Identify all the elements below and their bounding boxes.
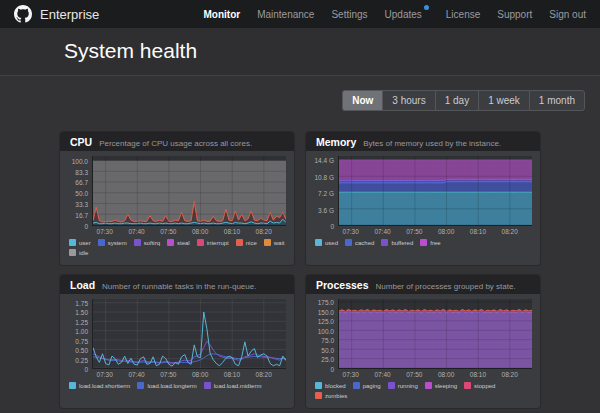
github-logo-icon — [14, 5, 32, 23]
x-tick-label: 08:20 — [502, 228, 518, 235]
panel-description-load: Number of runnable tasks in the run-queu… — [102, 282, 256, 291]
legend-label: used — [325, 240, 338, 246]
legend-label: softirq — [144, 240, 160, 246]
x-tick-label: 08:10 — [470, 371, 486, 378]
nav-item-license[interactable]: License — [446, 9, 480, 20]
chart-load: 1.751.501.251.000.750.500.25007:3007:400… — [66, 299, 286, 380]
legend-swatch-free — [420, 239, 427, 246]
page-header: System health — [0, 28, 600, 76]
legend-swatch-load-load-longterm — [137, 382, 144, 389]
y-tick-label: 1.50 — [75, 309, 88, 316]
y-axis-labels-cpu: 100.083.366.750.033.316.70 — [66, 156, 92, 226]
panel-body-cpu: 100.083.366.750.033.316.7007:3007:4007:5… — [60, 151, 294, 265]
x-axis-labels-processes: 07:3007:4007:5008:0008:1008:20 — [338, 369, 532, 380]
y-tick-label: 0 — [330, 366, 334, 373]
x-tick-label: 08:10 — [224, 228, 240, 235]
nav-item-updates[interactable]: Updates — [385, 9, 429, 20]
legend-cpu: usersystemsoftirqstealinterruptnicewaiti… — [66, 239, 286, 256]
system-health-screen: Enterprise MonitorMaintenanceSettingsUpd… — [0, 0, 600, 413]
y-tick-label: 175.0 — [318, 299, 334, 306]
chart-cpu: 100.083.366.750.033.316.7007:3007:4007:5… — [66, 156, 286, 237]
brand[interactable]: Enterprise — [14, 5, 99, 23]
legend-item-zombies: zombies — [315, 392, 347, 399]
range-button-1-day[interactable]: 1 day — [435, 90, 478, 111]
legend-swatch-nice — [236, 239, 243, 246]
legend-item-buffered: buffered — [381, 239, 413, 246]
panel-description-cpu: Percentage of CPU usage across all cores… — [99, 139, 252, 148]
legend-label: running — [398, 383, 418, 389]
x-tick-label: 07:40 — [128, 228, 144, 235]
legend-swatch-used — [315, 239, 322, 246]
x-tick-label: 07:30 — [343, 371, 359, 378]
chart-processes: 175.0150.0125.0100.075.050.025.0007:3007… — [312, 299, 532, 380]
nav-item-monitor[interactable]: Monitor — [203, 9, 240, 20]
y-tick-label: 7.2 G — [318, 190, 334, 197]
legend-swatch-load-load-midterm — [204, 382, 211, 389]
panel-body-memory: 14.4 G10.8 G7.2 G3.6 G007:3007:4007:5008… — [306, 151, 540, 265]
y-tick-label: 50.0 — [321, 346, 334, 353]
y-tick-label: 0.25 — [75, 356, 88, 363]
range-button-1-month[interactable]: 1 month — [529, 90, 585, 111]
legend-item-cached: cached — [345, 239, 374, 246]
legend-swatch-steal — [167, 239, 174, 246]
y-tick-label: 1.25 — [75, 318, 88, 325]
nav-item-sign-out[interactable]: Sign out — [549, 9, 586, 20]
panel-title-processes: Processes — [316, 279, 369, 291]
legend-label: idle — [79, 250, 88, 256]
panel-load: LoadNumber of runnable tasks in the run-… — [59, 274, 295, 409]
x-tick-label: 07:50 — [160, 371, 176, 378]
y-tick-label: 100.0 — [318, 327, 334, 334]
range-row: Now3 hours1 day1 week1 month — [0, 76, 600, 111]
x-tick-label: 08:20 — [256, 228, 272, 235]
x-axis-labels-memory: 07:3007:4007:5008:0008:1008:20 — [338, 226, 532, 237]
panel-processes: ProcessesNumber of processes grouped by … — [305, 274, 541, 409]
legend-item-used: used — [315, 239, 338, 246]
y-tick-label: 33.3 — [75, 201, 88, 208]
range-button-now[interactable]: Now — [342, 90, 382, 111]
legend-load: load.load.shorttermload.load.longtermloa… — [66, 382, 286, 389]
legend-swatch-wait — [264, 239, 271, 246]
x-tick-label: 08:20 — [502, 371, 518, 378]
x-tick-label: 07:50 — [406, 371, 422, 378]
nav-item-support[interactable]: Support — [497, 9, 532, 20]
legend-item-free: free — [420, 239, 440, 246]
panel-memory: MemoryBytes of memory used by the instan… — [305, 131, 541, 266]
chart-memory: 14.4 G10.8 G7.2 G3.6 G007:3007:4007:5008… — [312, 156, 532, 237]
x-tick-label: 07:30 — [343, 228, 359, 235]
range-button-3-hours[interactable]: 3 hours — [382, 90, 434, 111]
legend-label: system — [108, 240, 127, 246]
legend-label: load.load.shortterm — [79, 383, 130, 389]
time-range-selector: Now3 hours1 day1 week1 month — [342, 90, 585, 111]
legend-label: wait — [274, 240, 285, 246]
legend-item-interrupt: interrupt — [197, 239, 229, 246]
legend-swatch-idle — [69, 249, 76, 256]
updates-badge — [424, 5, 429, 10]
panel-body-processes: 175.0150.0125.0100.075.050.025.0007:3007… — [306, 294, 540, 408]
x-axis-labels-load: 07:3007:4007:5008:0008:1008:20 — [92, 369, 286, 380]
y-tick-label: 0.75 — [75, 337, 88, 344]
y-tick-label: 16.7 — [75, 212, 88, 219]
range-button-1-week[interactable]: 1 week — [478, 90, 529, 111]
panel-title-load: Load — [70, 279, 95, 291]
legend-item-load-load-longterm: load.load.longterm — [137, 382, 196, 389]
y-tick-label: 0 — [330, 223, 334, 230]
y-tick-label: 0 — [84, 366, 88, 373]
x-tick-label: 08:00 — [438, 228, 454, 235]
chart-plot-processes — [338, 299, 532, 369]
panel-description-memory: Bytes of memory used by the instance. — [363, 139, 501, 148]
y-tick-label: 3.6 G — [318, 206, 334, 213]
legend-swatch-system — [98, 239, 105, 246]
y-tick-label: 75.0 — [321, 337, 334, 344]
x-tick-label: 07:30 — [97, 371, 113, 378]
y-tick-label: 83.3 — [75, 168, 88, 175]
nav-item-maintenance[interactable]: Maintenance — [257, 9, 314, 20]
x-tick-label: 07:40 — [374, 228, 390, 235]
y-axis-labels-processes: 175.0150.0125.0100.075.050.025.00 — [312, 299, 338, 369]
legend-label: paging — [363, 383, 381, 389]
legend-label: zombies — [325, 393, 347, 399]
nav-item-settings[interactable]: Settings — [331, 9, 367, 20]
legend-swatch-zombies — [315, 392, 322, 399]
legend-label: sleeping — [435, 383, 457, 389]
legend-label: user — [79, 240, 91, 246]
legend-label: steal — [177, 240, 190, 246]
